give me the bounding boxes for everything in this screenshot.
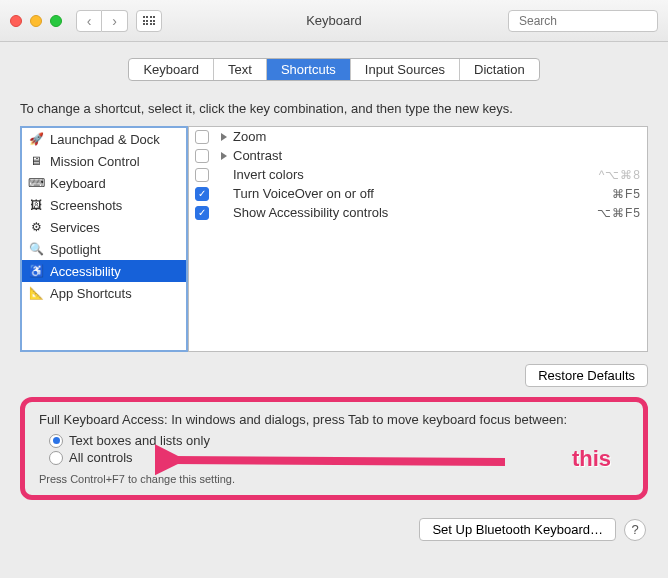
search-icon: 🔍: [28, 241, 44, 257]
disclosure-triangle-icon[interactable]: [221, 152, 227, 160]
gear-icon: ⚙: [28, 219, 44, 235]
shortcut-row[interactable]: ✓ Turn VoiceOver on or off ⌘F5: [189, 184, 647, 203]
sidebar-item-label: App Shortcuts: [50, 286, 132, 301]
accessibility-icon: ♿: [28, 263, 44, 279]
chevron-left-icon: ‹: [87, 13, 92, 29]
mission-control-icon: 🖥: [28, 153, 44, 169]
bluetooth-keyboard-button[interactable]: Set Up Bluetooth Keyboard…: [419, 518, 616, 541]
shortcut-label: Invert colors: [233, 167, 599, 182]
screenshot-icon: 🖼: [28, 197, 44, 213]
tab-bar: Keyboard Text Shortcuts Input Sources Di…: [20, 58, 648, 81]
sidebar-item-accessibility[interactable]: ♿ Accessibility: [22, 260, 186, 282]
checkbox[interactable]: ✓: [195, 206, 209, 220]
sidebar-item-label: Screenshots: [50, 198, 122, 213]
zoom-window-icon[interactable]: [50, 15, 62, 27]
shortcut-keys[interactable]: ⌥⌘F5: [597, 206, 641, 220]
shortcut-label: Show Accessibility controls: [233, 205, 597, 220]
chevron-right-icon: ›: [112, 13, 117, 29]
show-all-button[interactable]: [136, 10, 162, 32]
shortcut-label: Zoom: [233, 129, 641, 144]
disclosure-triangle-icon[interactable]: [221, 133, 227, 141]
annotation-highlight: Full Keyboard Access: In windows and dia…: [20, 397, 648, 500]
apps-icon: 📐: [28, 285, 44, 301]
shortcut-list[interactable]: Zoom Contrast Invert colors ^⌥⌘8 ✓ Turn …: [188, 126, 648, 352]
radio-button[interactable]: [49, 434, 63, 448]
shortcut-row[interactable]: ✓ Show Accessibility controls ⌥⌘F5: [189, 203, 647, 222]
shortcut-row[interactable]: Contrast: [189, 146, 647, 165]
shortcut-label: Turn VoiceOver on or off: [233, 186, 612, 201]
sidebar-item-label: Mission Control: [50, 154, 140, 169]
help-button[interactable]: ?: [624, 519, 646, 541]
tab-keyboard[interactable]: Keyboard: [129, 59, 214, 80]
checkbox[interactable]: [195, 149, 209, 163]
sidebar-item-launchpad-dock[interactable]: 🚀 Launchpad & Dock: [22, 128, 186, 150]
sidebar-item-label: Services: [50, 220, 100, 235]
instruction-text: To change a shortcut, select it, click t…: [20, 101, 648, 116]
window-controls: [10, 15, 62, 27]
shortcut-keys[interactable]: ^⌥⌘8: [599, 168, 641, 182]
annotation-arrow-icon: [155, 442, 515, 482]
sidebar-item-label: Accessibility: [50, 264, 121, 279]
nav-back-forward: ‹ ›: [76, 10, 128, 32]
titlebar: ‹ › Keyboard: [0, 0, 668, 42]
checkbox[interactable]: ✓: [195, 187, 209, 201]
sidebar-item-screenshots[interactable]: 🖼 Screenshots: [22, 194, 186, 216]
sidebar-item-services[interactable]: ⚙ Services: [22, 216, 186, 238]
sidebar-item-mission-control[interactable]: 🖥 Mission Control: [22, 150, 186, 172]
search-input[interactable]: [519, 14, 668, 28]
back-button[interactable]: ‹: [76, 10, 102, 32]
grid-icon: [143, 16, 156, 25]
radio-button[interactable]: [49, 451, 63, 465]
tab-text[interactable]: Text: [214, 59, 267, 80]
sidebar-item-label: Spotlight: [50, 242, 101, 257]
launchpad-icon: 🚀: [28, 131, 44, 147]
sidebar-item-keyboard[interactable]: ⌨ Keyboard: [22, 172, 186, 194]
checkbox[interactable]: [195, 168, 209, 182]
tab-dictation[interactable]: Dictation: [460, 59, 539, 80]
restore-defaults-button[interactable]: Restore Defaults: [525, 364, 648, 387]
checkbox[interactable]: [195, 130, 209, 144]
minimize-window-icon[interactable]: [30, 15, 42, 27]
category-sidebar[interactable]: 🚀 Launchpad & Dock 🖥 Mission Control ⌨ K…: [20, 126, 188, 352]
shortcut-label: Contrast: [233, 148, 641, 163]
keyboard-icon: ⌨: [28, 175, 44, 191]
sidebar-item-app-shortcuts[interactable]: 📐 App Shortcuts: [22, 282, 186, 304]
fka-heading: Full Keyboard Access: In windows and dia…: [39, 412, 629, 427]
radio-label: All controls: [69, 450, 133, 465]
annotation-label: this: [572, 446, 611, 472]
shortcut-keys[interactable]: ⌘F5: [612, 187, 641, 201]
forward-button[interactable]: ›: [102, 10, 128, 32]
tab-shortcuts[interactable]: Shortcuts: [267, 59, 351, 80]
tab-input-sources[interactable]: Input Sources: [351, 59, 460, 80]
close-window-icon[interactable]: [10, 15, 22, 27]
shortcut-row[interactable]: Invert colors ^⌥⌘8: [189, 165, 647, 184]
sidebar-item-label: Launchpad & Dock: [50, 132, 160, 147]
question-icon: ?: [631, 522, 638, 537]
sidebar-item-spotlight[interactable]: 🔍 Spotlight: [22, 238, 186, 260]
svg-line-2: [170, 460, 505, 462]
search-box[interactable]: [508, 10, 658, 32]
shortcut-row[interactable]: Zoom: [189, 127, 647, 146]
sidebar-item-label: Keyboard: [50, 176, 106, 191]
